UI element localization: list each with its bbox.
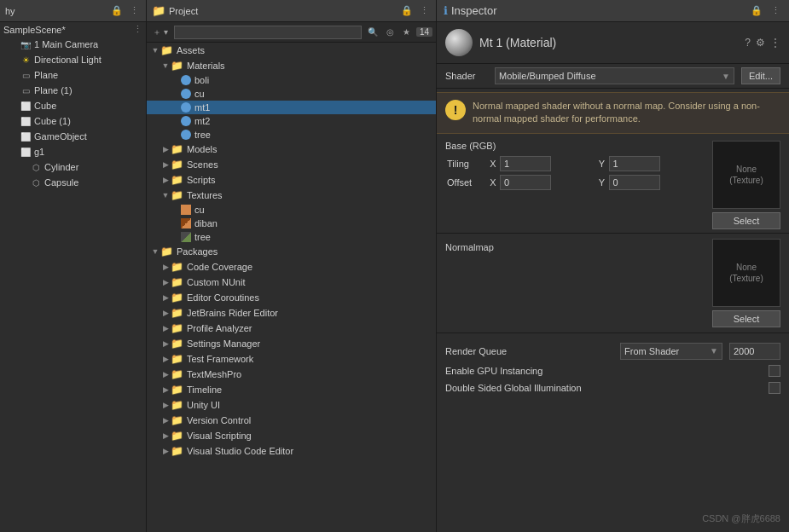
hierarchy-title: hy xyxy=(5,6,15,16)
tree-mat-label: tree xyxy=(194,130,211,140)
package-item[interactable]: ▶ 📁 TextMeshPro xyxy=(147,367,436,382)
package-item[interactable]: ▶ 📁 Visual Studio Code Editor xyxy=(147,443,436,459)
inspector-more-icon[interactable]: ⋮ xyxy=(769,4,782,17)
lock-icon[interactable]: 🔒 xyxy=(109,4,125,17)
hierarchy-item-cylinder[interactable]: ⬡ Cylinder xyxy=(0,159,146,175)
scripts-folder[interactable]: ▶ 📁 Scripts xyxy=(147,172,436,188)
pkg-folder-icon: 📁 xyxy=(171,399,184,411)
add-button[interactable]: ＋ ▾ xyxy=(150,26,171,39)
shader-value: Mobile/Bumped Diffuse xyxy=(499,71,596,81)
hierarchy-item-directional-light[interactable]: ☀ Directional Light xyxy=(0,52,146,67)
project-toolbar: ＋ ▾ 🔍 ◎ ★ 14 xyxy=(147,22,436,43)
offset-x-label: X xyxy=(488,173,498,192)
hierarchy-item-cube[interactable]: ⬜ Cube xyxy=(0,98,146,113)
package-item[interactable]: ▶ 📁 Code Coverage xyxy=(147,259,436,275)
filter-icon[interactable]: ◎ xyxy=(384,26,397,38)
asset-tree-mat[interactable]: tree xyxy=(147,128,436,142)
scripts-folder-icon: 📁 xyxy=(171,174,184,186)
hierarchy-item-gameobject[interactable]: ⬜ GameObject xyxy=(0,129,146,144)
render-queue-number-input[interactable] xyxy=(729,343,780,360)
asset-cu[interactable]: cu xyxy=(147,87,436,101)
pkg-expand: ▶ xyxy=(160,278,171,286)
more-icon[interactable]: ⋮ xyxy=(128,4,141,17)
inspector-header: ℹ Inspector 🔒 ⋮ xyxy=(437,0,789,22)
project-more-icon[interactable]: ⋮ xyxy=(418,4,431,17)
pkg-folder-icon: 📁 xyxy=(171,322,184,334)
scene-options[interactable]: ⋮ xyxy=(133,24,142,35)
cu-label: cu xyxy=(194,89,205,99)
pkg-label: Test Framework xyxy=(187,354,253,364)
texture-cu[interactable]: cu xyxy=(147,203,436,217)
star-icon[interactable]: ★ xyxy=(400,26,413,38)
hierarchy-item-main-camera[interactable]: 📷 1 Main Camera xyxy=(0,37,146,52)
scenes-folder[interactable]: ▶ 📁 Scenes xyxy=(147,157,436,172)
textures-folder[interactable]: ▼ 📁 Textures xyxy=(147,188,436,203)
scene-label: SampleScene* ⋮ xyxy=(0,22,146,37)
base-texture-select-button[interactable]: Select xyxy=(712,212,780,229)
texture-diban[interactable]: diban xyxy=(147,217,436,230)
render-queue-dropdown[interactable]: From Shader ▼ xyxy=(620,343,722,360)
hierarchy-item-cube-1[interactable]: ⬜ Cube (1) xyxy=(0,113,146,129)
offset-y-input[interactable] xyxy=(609,175,660,190)
packages-folder[interactable]: ▼ 📁 Packages xyxy=(147,244,436,259)
shader-dropdown[interactable]: Mobile/Bumped Diffuse ▼ xyxy=(495,67,734,84)
asset-boli[interactable]: boli xyxy=(147,73,436,87)
tiling-x-input[interactable] xyxy=(500,156,551,171)
asset-mt1[interactable]: mt1 xyxy=(147,101,436,114)
pkg-label: Code Coverage xyxy=(187,262,252,272)
gpu-instancing-checkbox[interactable] xyxy=(769,365,780,377)
pkg-expand: ▶ xyxy=(160,385,171,394)
models-folder[interactable]: ▶ 📁 Models xyxy=(147,142,436,157)
inspector-lock-icon[interactable]: 🔒 xyxy=(749,4,764,17)
assets-folder[interactable]: ▼ 📁 Assets xyxy=(147,43,436,58)
mt2-label: mt2 xyxy=(194,116,210,126)
edit-button[interactable]: Edit... xyxy=(741,67,780,84)
project-search-input[interactable] xyxy=(174,26,362,39)
pkg-folder-icon: 📁 xyxy=(171,338,184,350)
hierarchy-item-capsule[interactable]: ⬡ Capsule xyxy=(0,175,146,190)
materials-folder[interactable]: ▼ 📁 Materials xyxy=(147,58,436,73)
search-icon[interactable]: 🔍 xyxy=(365,26,380,38)
settings-icon[interactable]: ⚙ xyxy=(756,37,765,49)
base-rgb-texture: None(Texture) Select xyxy=(712,141,780,229)
project-lock-icon[interactable]: 🔒 xyxy=(399,4,415,17)
hierarchy-item-plane[interactable]: ▭ Plane xyxy=(0,67,146,83)
hierarchy-item-plane-1[interactable]: ▭ Plane (1) xyxy=(0,83,146,98)
package-item[interactable]: ▶ 📁 Test Framework xyxy=(147,351,436,367)
pkg-label: JetBrains Rider Editor xyxy=(187,308,278,318)
tiling-label-cell: Tiling xyxy=(445,154,488,173)
tex-tree-icon xyxy=(181,232,191,242)
offset-x-input[interactable] xyxy=(500,175,551,190)
pkg-expand: ▶ xyxy=(160,416,171,425)
package-item[interactable]: ▶ 📁 JetBrains Rider Editor xyxy=(147,305,436,321)
package-item[interactable]: ▶ 📁 Custom NUnit xyxy=(147,275,436,290)
overflow-icon[interactable]: ⋮ xyxy=(770,37,780,49)
project-panel: 📁 Project 🔒 ⋮ ＋ ▾ 🔍 ◎ ★ 14 ▼ 📁 Assets ▼ … xyxy=(147,0,437,532)
asset-mt2[interactable]: mt2 xyxy=(147,114,436,128)
assets-badge: 14 xyxy=(416,27,432,37)
base-rgb-row: Base (RGB) Tiling X Y xyxy=(445,141,780,229)
pkg-folder-icon: 📁 xyxy=(171,261,184,273)
package-item[interactable]: ▶ 📁 Unity UI xyxy=(147,397,436,413)
help-icon[interactable]: ? xyxy=(745,37,751,49)
package-item[interactable]: ▶ 📁 Settings Manager xyxy=(147,336,436,351)
tiling-y-input[interactable] xyxy=(609,156,660,171)
pkg-label: Version Control xyxy=(187,415,251,425)
pkg-folder-icon: 📁 xyxy=(171,276,184,288)
double-sided-checkbox[interactable] xyxy=(769,382,780,394)
tex-diban-icon xyxy=(181,218,191,228)
assets-label: Assets xyxy=(177,45,205,55)
packages-label: Packages xyxy=(177,246,218,257)
package-item[interactable]: ▶ 📁 Timeline xyxy=(147,382,436,397)
normalmap-texture-none[interactable]: None(Texture) xyxy=(712,239,780,307)
package-item[interactable]: ▶ 📁 Editor Coroutines xyxy=(147,290,436,305)
normalmap-select-button[interactable]: Select xyxy=(712,310,780,327)
base-rgb-section: Base (RGB) Tiling X Y xyxy=(437,137,789,234)
package-item[interactable]: ▶ 📁 Profile Analyzer xyxy=(147,321,436,336)
pkg-folder-icon: 📁 xyxy=(171,384,184,396)
package-item[interactable]: ▶ 📁 Version Control xyxy=(147,413,436,428)
package-item[interactable]: ▶ 📁 Visual Scripting xyxy=(147,428,436,443)
hierarchy-item-g1[interactable]: ⬜ g1 xyxy=(0,144,146,159)
base-texture-none[interactable]: None(Texture) xyxy=(712,141,780,209)
texture-tree[interactable]: tree xyxy=(147,230,436,244)
